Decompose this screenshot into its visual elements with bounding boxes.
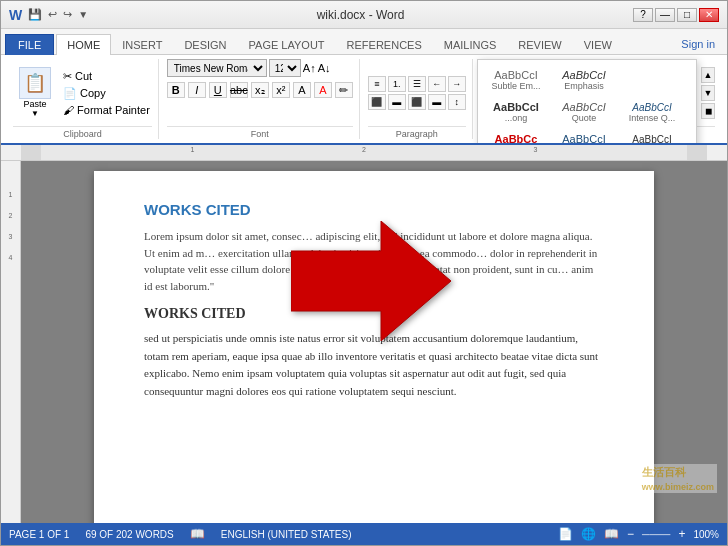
dropdown-book-title[interactable]: AaBbCcI Book Title [552,131,616,145]
format-painter-button[interactable]: 🖌 Format Painter [61,103,152,117]
decrease-indent-button[interactable]: ← [428,76,446,92]
status-view-print-icon[interactable]: 📄 [558,527,573,541]
quick-access-more[interactable]: ▼ [78,9,88,20]
watermark: 生活百科 www.bimeiz.com [639,464,717,493]
font-shrink-btn[interactable]: A↓ [318,62,331,74]
align-right-button[interactable]: ⬛ [408,94,426,110]
quick-access-save[interactable]: 💾 [28,8,42,21]
status-zoom-out-icon[interactable]: − [627,527,634,541]
strikethrough-button[interactable]: abc [230,82,248,98]
status-zoom-in-icon[interactable]: + [678,527,685,541]
justify-button[interactable]: ▬ [428,94,446,110]
font-color-button[interactable]: A [314,82,332,98]
document-scroll[interactable]: WORKS CITED Lorem ipsum dolor sit amet, … [21,161,727,523]
status-zoom-bar[interactable]: ──── [642,529,670,540]
underline-button[interactable]: U [209,82,227,98]
clear-format-button[interactable]: A [293,82,311,98]
para-row-2: ⬛ ▬ ⬛ ▬ ↕ [368,94,466,110]
dropdown-emphasis[interactable]: AaBbCcI Emphasis [552,67,616,93]
status-view-web-icon[interactable]: 🌐 [581,527,596,541]
dropdown-subtle-em[interactable]: AaBbCcI Subtle Em... [484,67,548,93]
close-btn[interactable]: ✕ [699,8,719,22]
subscript-button[interactable]: x₂ [251,82,269,98]
sign-in-link[interactable]: Sign in [673,34,723,54]
subtle-em-text: AaBbCcI [494,69,537,81]
quick-access-undo[interactable]: ↩ [48,8,57,21]
tab-review[interactable]: REVIEW [507,34,572,55]
font-format-row: B I U abc x₂ x² A A ✏ [167,82,353,98]
dropdown-strong[interactable]: AaBbCcI ...ong [484,99,548,125]
document-area: 1 2 3 4 WORKS CITED Lorem ipsum dolor si… [1,161,727,523]
vruler-1: 1 [9,191,13,198]
paragraph-buttons: ≡ 1. ☰ ← → ⬛ ▬ ⬛ ▬ ↕ [368,76,466,110]
doc-heading-1: WORKS CITED [144,201,604,218]
clipboard-tools: ✂ Cut 📄 Copy 🖌 Format Painter [61,69,152,117]
help-btn[interactable]: ? [633,8,653,22]
vruler-2: 2 [9,212,13,219]
ribbon-tabs: FILE HOME INSERT DESIGN PAGE LAYOUT REFE… [1,29,727,55]
quick-access-redo[interactable]: ↪ [63,8,72,21]
superscript-button[interactable]: x² [272,82,290,98]
dropdown-quote[interactable]: AaBbCcI Quote [552,99,616,125]
vertical-ruler: 1 2 3 4 [1,161,21,523]
font-grow-btn[interactable]: A↑ [303,62,316,74]
copy-button[interactable]: 📄 Copy [61,86,152,101]
status-zoom-level: 100% [693,529,719,540]
list-para-text: AaBbCcI [632,134,671,145]
multilevel-button[interactable]: ☰ [408,76,426,92]
tab-mailings[interactable]: MAILINGS [433,34,508,55]
highlight-button[interactable]: ✏ [335,82,353,98]
cut-button[interactable]: ✂ Cut [61,69,152,84]
dropdown-list-para[interactable]: AaBbCcI ¶ List Para... [620,132,684,146]
font-name-select[interactable]: Times New Roman [167,59,267,77]
doc-heading-2: WORKS CITED [144,306,604,322]
align-left-button[interactable]: ⬛ [368,94,386,110]
paste-button[interactable]: 📋 Paste ▼ [13,65,57,120]
font-label: Font [167,126,353,139]
tab-home[interactable]: HOME [56,34,111,55]
gallery-down-btn[interactable]: ▼ [701,85,715,101]
tab-references[interactable]: REFERENCES [336,34,433,55]
status-right: 📄 🌐 📖 − ──── + 100% [558,527,719,541]
tab-view[interactable]: VIEW [573,34,623,55]
status-proofing-icon[interactable]: 📖 [190,527,205,541]
strong-text: AaBbCcI [493,101,539,113]
paste-arrow[interactable]: ▼ [31,109,39,118]
status-language: ENGLISH (UNITED STATES) [221,529,352,540]
clipboard-label: Clipboard [13,126,152,139]
ruler-mark-2: 2 [362,146,366,153]
tab-design[interactable]: DESIGN [173,34,237,55]
bullets-button[interactable]: ≡ [368,76,386,92]
tab-file[interactable]: FILE [5,34,54,55]
minimize-btn[interactable]: — [655,8,675,22]
increase-indent-button[interactable]: → [448,76,466,92]
line-spacing-button[interactable]: ↕ [448,94,466,110]
bold-button[interactable]: B [167,82,185,98]
intense-quote-text: AaBbCcI [632,102,671,113]
emphasis-label: Emphasis [564,81,604,91]
dropdown-row-2: AaBbCcI ...ong AaBbCcI Quote AaBbCcI Int… [478,96,696,128]
dropdown-row-1: AaBbCcI Subtle Em... AaBbCcI Emphasis [478,64,696,96]
quote-label: Quote [572,113,597,123]
strong-label: ...ong [505,113,528,123]
font-group: Times New Roman 12 A↑ A↓ B I U abc x₂ x²… [161,59,360,139]
font-size-select[interactable]: 12 [269,59,301,77]
gallery-scroll: ▲ ▼ ◼ [701,67,715,119]
window-controls: ? — □ ✕ [633,8,719,22]
gallery-expand-btn[interactable]: ◼ [701,103,715,119]
dropdown-intense-quote[interactable]: AaBbCcI Intense Q... [620,100,684,125]
numbering-button[interactable]: 1. [388,76,406,92]
maximize-btn[interactable]: □ [677,8,697,22]
dropdown-intense-ref[interactable]: AaBbCc Intense R... [484,131,548,145]
status-view-read-icon[interactable]: 📖 [604,527,619,541]
paste-label: Paste [23,99,46,109]
align-center-button[interactable]: ▬ [388,94,406,110]
subtle-em-label: Subtle Em... [491,81,540,91]
tab-page-layout[interactable]: PAGE LAYOUT [238,34,336,55]
quote-text: AaBbCcI [562,101,605,113]
ruler-mark-3: 3 [534,146,538,153]
gallery-up-btn[interactable]: ▲ [701,67,715,83]
tab-insert[interactable]: INSERT [111,34,173,55]
document-page: WORKS CITED Lorem ipsum dolor sit amet, … [94,171,654,523]
italic-button[interactable]: I [188,82,206,98]
